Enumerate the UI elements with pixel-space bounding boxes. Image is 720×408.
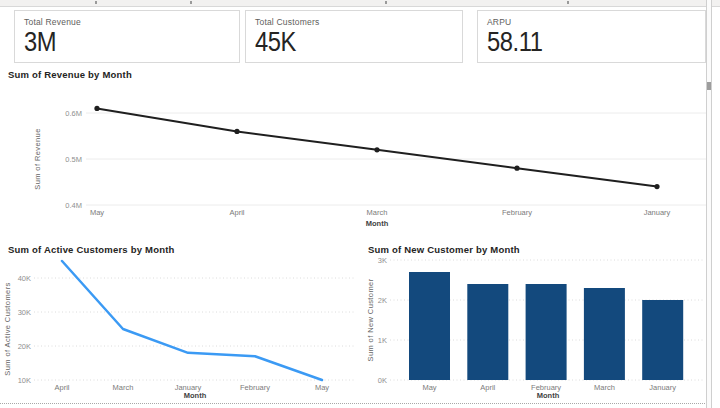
y-axis-title: Sum of Revenue xyxy=(33,128,42,189)
kpi-card-total-revenue[interactable]: Total Revenue 3M xyxy=(14,10,240,63)
kpi-card-total-customers[interactable]: Total Customers 45K xyxy=(245,10,463,63)
x-axis-category-label: April xyxy=(54,383,69,392)
toolbar-fragment xyxy=(95,1,97,4)
x-axis-category-label: February xyxy=(240,383,270,392)
x-axis-category-label: March xyxy=(113,383,134,392)
data-point[interactable] xyxy=(374,147,379,152)
revenue-line-chart-plot: 0.6M0.5M0.4MMayAprilMarchFebruaryJanuary… xyxy=(0,65,720,235)
scrollbar-thumb[interactable] xyxy=(707,82,711,90)
x-axis-category-label: February xyxy=(502,208,532,217)
x-axis-category-label: May xyxy=(422,383,436,392)
x-axis-title: Month xyxy=(184,391,207,400)
x-axis-category-label: May xyxy=(90,208,104,217)
y-axis-tick-label: 1K xyxy=(378,336,387,345)
y-axis-tick-label: 2K xyxy=(378,296,387,305)
x-axis-category-label: March xyxy=(367,208,388,217)
x-axis-category-label: April xyxy=(480,383,495,392)
data-bar[interactable] xyxy=(642,300,683,380)
kpi-card-value: 58.11 xyxy=(487,28,679,56)
kpi-card-value: 3M xyxy=(24,28,213,56)
y-axis-tick-label: 20K xyxy=(18,342,31,351)
x-axis-category-label: January xyxy=(649,383,676,392)
y-axis-tick-label: 0K xyxy=(378,376,387,385)
toolbar-fragment xyxy=(190,1,192,4)
y-axis-tick-label: 40K xyxy=(18,274,31,283)
y-axis-tick-label: 0.4M xyxy=(65,201,82,210)
toolbar-fragment xyxy=(567,1,569,4)
kpi-card-value: 45K xyxy=(255,28,437,56)
data-point[interactable] xyxy=(514,166,519,171)
data-line[interactable] xyxy=(62,261,322,380)
revenue-line-chart[interactable]: Sum of Revenue by Month 0.6M0.5M0.4MMayA… xyxy=(0,65,720,235)
y-axis-title: Sum of New Customer xyxy=(366,278,375,361)
x-axis-category-label: January xyxy=(644,208,671,217)
kpi-card-arpu[interactable]: ARPU 58.11 xyxy=(477,10,706,63)
active-customers-line-chart[interactable]: Sum of Active Customers by Month 40K30K2… xyxy=(0,240,362,408)
y-axis-tick-label: 0.6M xyxy=(65,109,82,118)
kpi-card-label: Total Customers xyxy=(255,17,462,27)
data-point[interactable] xyxy=(654,184,659,189)
y-axis-tick-label: 0.5M xyxy=(65,155,82,164)
x-axis-category-label: March xyxy=(594,383,615,392)
data-bar[interactable] xyxy=(526,284,567,380)
data-point[interactable] xyxy=(234,129,239,134)
x-axis-category-label: April xyxy=(229,208,244,217)
x-axis-category-label: May xyxy=(315,383,329,392)
kpi-card-label: Total Revenue xyxy=(24,17,239,27)
active-customers-line-chart-plot: 40K30K20K10KAprilMarchJanuaryFebruaryMay… xyxy=(0,240,362,408)
toolbar-remnant xyxy=(0,0,720,7)
y-axis-tick-label: 10K xyxy=(18,376,31,385)
y-axis-tick-label: 3K xyxy=(378,256,387,265)
data-bar[interactable] xyxy=(409,272,450,380)
vertical-scrollbar[interactable] xyxy=(706,0,712,408)
new-customer-bar-chart-plot: 3K2K1K0KMayAprilFebruaryMarchJanuaryMont… xyxy=(363,240,720,408)
x-axis-title: Month xyxy=(366,219,389,228)
new-customer-bar-chart[interactable]: Sum of New Customer by Month 3K2K1K0KMay… xyxy=(363,240,720,408)
data-bar[interactable] xyxy=(467,284,508,380)
y-axis-tick-label: 30K xyxy=(18,308,31,317)
x-axis-title: Month xyxy=(537,391,560,400)
y-axis-title: Sum of Active Customers xyxy=(3,282,12,375)
data-point[interactable] xyxy=(94,106,99,111)
canvas-page-boundary xyxy=(0,403,711,404)
kpi-card-label: ARPU xyxy=(487,17,705,27)
toolbar-fragment xyxy=(385,1,387,4)
data-bar[interactable] xyxy=(584,288,625,380)
